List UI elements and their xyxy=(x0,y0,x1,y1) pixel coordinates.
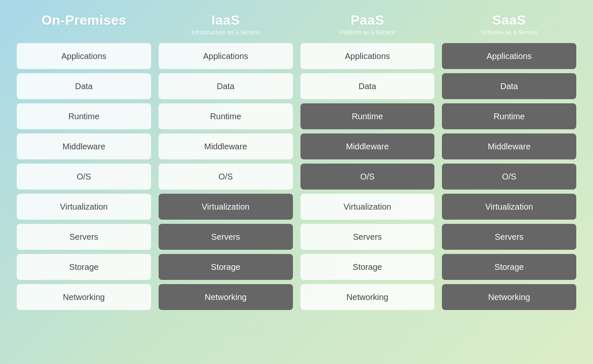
grid-cell-row6-col2: Servers xyxy=(300,224,435,250)
grid-cell-row3-col3: Middleware xyxy=(442,133,576,159)
grid-cell-row4-col0: O/S xyxy=(17,164,151,190)
grid-cell-row8-col3: Networking xyxy=(442,284,576,310)
grid-cell-row6-col3: Servers xyxy=(442,224,576,250)
grid-table: ApplicationsApplicationsApplicationsAppl… xyxy=(17,43,576,310)
grid-cell-row5-col0: Virtualization xyxy=(17,194,151,220)
header-row: On-PremisesIaaSInfrastructure as a Servi… xyxy=(17,13,576,36)
column-subtitle-saas: Software as a Service xyxy=(442,29,576,36)
grid-cell-row6-col1: Servers xyxy=(159,224,293,250)
grid-cell-row3-col1: Middleware xyxy=(159,133,293,159)
column-title-saas: SaaS xyxy=(442,13,576,28)
grid-cell-row0-col0: Applications xyxy=(17,43,151,69)
grid-cell-row4-col2: O/S xyxy=(300,164,435,190)
grid-cell-row6-col0: Servers xyxy=(17,224,151,250)
grid-cell-row7-col1: Storage xyxy=(159,254,293,280)
grid-cell-row2-col0: Runtime xyxy=(17,103,151,129)
grid-cell-row3-col0: Middleware xyxy=(17,133,151,159)
grid-cell-row2-col1: Runtime xyxy=(159,103,293,129)
grid-cell-row3-col2: Middleware xyxy=(300,133,435,159)
grid-cell-row1-col3: Data xyxy=(442,73,576,99)
column-subtitle-paas: Platform as a Service xyxy=(300,29,435,36)
grid-cell-row0-col2: Applications xyxy=(300,43,435,69)
header-cell-on-premises: On-Premises xyxy=(17,13,151,36)
column-title-iaas: IaaS xyxy=(159,13,293,28)
grid-cell-row5-col1: Virtualization xyxy=(159,194,293,220)
grid-cell-row1-col0: Data xyxy=(17,73,151,99)
grid-cell-row1-col1: Data xyxy=(159,73,293,99)
column-title-on-premises: On-Premises xyxy=(17,13,151,28)
grid-cell-row7-col0: Storage xyxy=(17,254,151,280)
header-cell-paas: PaaSPlatform as a Service xyxy=(300,13,435,36)
header-cell-saas: SaaSSoftware as a Service xyxy=(442,13,576,36)
grid-cell-row4-col3: O/S xyxy=(442,164,576,190)
grid-cell-row2-col2: Runtime xyxy=(300,103,435,129)
grid-cell-row7-col3: Storage xyxy=(442,254,576,280)
grid-cell-row8-col1: Networking xyxy=(159,284,293,310)
grid-cell-row0-col1: Applications xyxy=(159,43,293,69)
header-cell-iaas: IaaSInfrastructure as a Service xyxy=(159,13,293,36)
grid-cell-row5-col3: Virtualization xyxy=(442,194,576,220)
grid-cell-row7-col2: Storage xyxy=(300,254,435,280)
grid-cell-row4-col1: O/S xyxy=(159,164,293,190)
column-title-paas: PaaS xyxy=(300,13,435,28)
grid-cell-row2-col3: Runtime xyxy=(442,103,576,129)
grid-cell-row8-col0: Networking xyxy=(17,284,151,310)
grid-cell-row0-col3: Applications xyxy=(442,43,576,69)
grid-cell-row1-col2: Data xyxy=(300,73,435,99)
grid-cell-row5-col2: Virtualization xyxy=(300,194,435,220)
column-subtitle-iaas: Infrastructure as a Service xyxy=(159,29,293,36)
grid-cell-row8-col2: Networking xyxy=(300,284,435,310)
